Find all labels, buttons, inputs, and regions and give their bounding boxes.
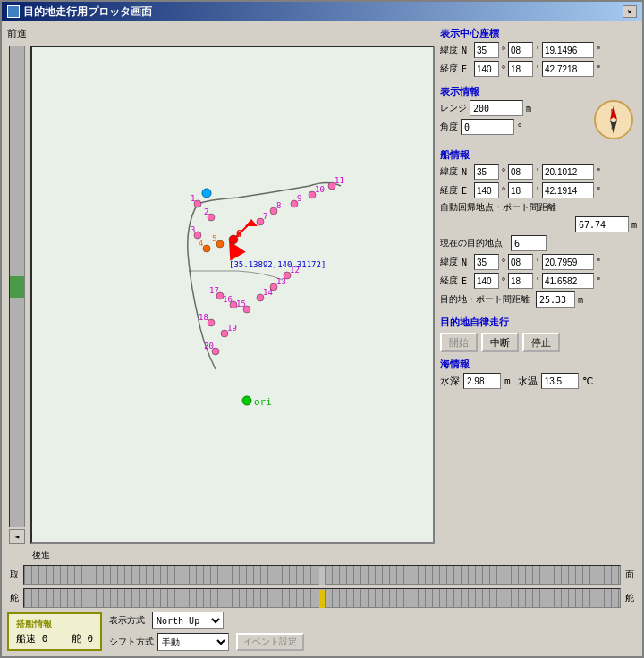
angle-input[interactable] (461, 119, 514, 135)
bottom-controls: 搭船情報 船速 0 舵 0 表示方式 North Up Head Up Cour… (7, 612, 637, 651)
title-bar-left: 目的地走行用プロッタ画面 (7, 4, 152, 20)
map-canvas[interactable]: 1 2 3 4 5 6 7 8 (30, 46, 435, 544)
ship-lat-sec[interactable] (542, 164, 594, 180)
h-track-1[interactable] (23, 565, 621, 585)
event-button[interactable]: イベント設定 (236, 633, 304, 651)
shift-method-row: シフト方式 手動 自動 (109, 633, 229, 651)
ship-lat-row: 緯度 N ° ' " (440, 164, 637, 180)
dest-lon-sec[interactable] (542, 273, 594, 289)
svg-text:9: 9 (297, 194, 301, 203)
svg-text:11: 11 (335, 176, 344, 185)
forward-label: 前進 (7, 27, 435, 40)
h-slider-row-1: 取 面 (7, 565, 637, 585)
center-lon-min[interactable] (508, 61, 533, 77)
v-thumb (10, 276, 24, 298)
title-bar: 目的地走行用プロッタ画面 × (2, 2, 642, 21)
main-content: 前進 ◄ (2, 21, 642, 549)
rudder-label1: 舵 (7, 592, 21, 604)
display-method-label: 表示方式 (109, 614, 148, 627)
port-dist-unit: m (578, 295, 583, 305)
start-button[interactable]: 開始 (440, 333, 478, 352)
dest-lat-min[interactable] (508, 254, 533, 270)
ship-lon-sec[interactable] (542, 182, 594, 198)
range-unit: m (526, 104, 531, 114)
temp-label: 水温 (518, 375, 538, 388)
fwd-rev-labels: 後進 (7, 549, 637, 561)
display-method-select[interactable]: North Up Head Up Course Up (152, 612, 224, 629)
range-input[interactable] (470, 100, 523, 116)
h-slider-row-2: 舵 舵 (7, 588, 637, 608)
boat-info-content: 船速 0 舵 0 (16, 632, 93, 645)
coord-display: [35.13892,140.31172] (229, 260, 326, 269)
auto-return-input[interactable] (575, 216, 629, 232)
auto-nav-section: 目的地自律走行 開始 中断 停止 (440, 316, 637, 352)
ship-lat-deg[interactable] (474, 164, 499, 180)
range-row: レンジ m (440, 100, 589, 116)
dest-lat-sec[interactable] (542, 254, 594, 270)
svg-text:19: 19 (227, 324, 237, 333)
svg-text:S: S (611, 126, 614, 133)
svg-text:13: 13 (276, 277, 286, 286)
map-area-wrapper: ◄ 1 (7, 46, 435, 544)
ship-lat-min[interactable] (508, 164, 533, 180)
center-lat-deg[interactable] (474, 42, 499, 58)
boat-info-box: 搭船情報 船速 0 舵 0 (7, 612, 102, 651)
v-track[interactable] (9, 46, 25, 527)
ship-lat-dir: N (462, 167, 472, 177)
svg-text:1: 1 (191, 194, 195, 203)
svg-text:20: 20 (204, 342, 214, 350)
sea-info-row: 水深 m 水温 ℃ (440, 373, 637, 389)
center-lat-label: 緯度 (440, 44, 460, 56)
stop-button[interactable]: 停止 (522, 333, 560, 352)
auto-return-unit: m (631, 220, 637, 230)
pause-button[interactable]: 中断 (481, 333, 519, 352)
svg-text:8: 8 (276, 201, 281, 210)
depth-label: 水深 (440, 375, 460, 388)
window-title: 目的地走行用プロッタ画面 (23, 4, 152, 20)
svg-text:3: 3 (191, 225, 195, 234)
depth-input[interactable] (463, 373, 501, 389)
shift-method-select[interactable]: 手動 自動 (157, 633, 229, 651)
port-dist-row: 目的地・ポート間距離 m (440, 291, 637, 308)
auto-nav-header: 目的地自律走行 (440, 316, 637, 329)
range-label: レンジ (440, 102, 467, 114)
auto-return-label: 自動回帰地点・ポート間距離 (440, 201, 556, 214)
ship-info-section: 船情報 緯度 N ° ' " 経度 E ° ' (440, 148, 637, 310)
ship-lon-deg[interactable] (474, 182, 499, 198)
svg-point-11 (216, 240, 224, 248)
svg-point-9 (203, 245, 210, 252)
v-arrow-down[interactable]: ◄ (9, 529, 25, 544)
dest-lon-row: 経度 E ° ' " (440, 273, 637, 289)
dest-lon-deg[interactable] (474, 273, 499, 289)
face-label: 面 (623, 569, 637, 581)
dest-lat-deg[interactable] (474, 254, 499, 270)
compass-svg: N S (596, 102, 631, 138)
current-dest-input[interactable] (511, 235, 547, 251)
port-dist-label: 目的地・ポート間距離 (440, 293, 530, 306)
map-svg: 1 2 3 4 5 6 7 8 (32, 47, 433, 542)
current-dest-row: 現在の目的地点 (440, 235, 637, 251)
take-label: 取 (7, 569, 21, 581)
h-track-2[interactable] (23, 588, 621, 608)
h-thumb-1 (319, 567, 325, 585)
speed-label: 船速 (16, 633, 36, 645)
svg-text:14: 14 (263, 288, 273, 297)
center-lon-sec[interactable] (542, 61, 594, 77)
center-lon-deg[interactable] (474, 61, 499, 77)
speed-value: 0 (42, 633, 48, 645)
center-lat-sec[interactable] (542, 42, 594, 58)
display-info-header: 表示情報 (440, 85, 637, 98)
center-lat-min[interactable] (508, 42, 533, 58)
h-thumb-2 (319, 590, 325, 608)
svg-text:2: 2 (204, 207, 208, 216)
port-dist-input[interactable] (536, 291, 575, 308)
ship-lon-min[interactable] (508, 182, 533, 198)
svg-text:4: 4 (199, 239, 203, 248)
dest-lon-min[interactable] (508, 273, 533, 289)
temp-input[interactable] (541, 373, 579, 389)
ship-info-header: 船情報 (440, 148, 637, 162)
auto-return-row: 自動回帰地点・ポート間距離 (440, 201, 637, 214)
close-button[interactable]: × (623, 5, 637, 18)
bottom-area: 後進 取 面 舵 舵 搭船情報 船速 0 (2, 549, 642, 656)
svg-point-44 (242, 396, 251, 405)
